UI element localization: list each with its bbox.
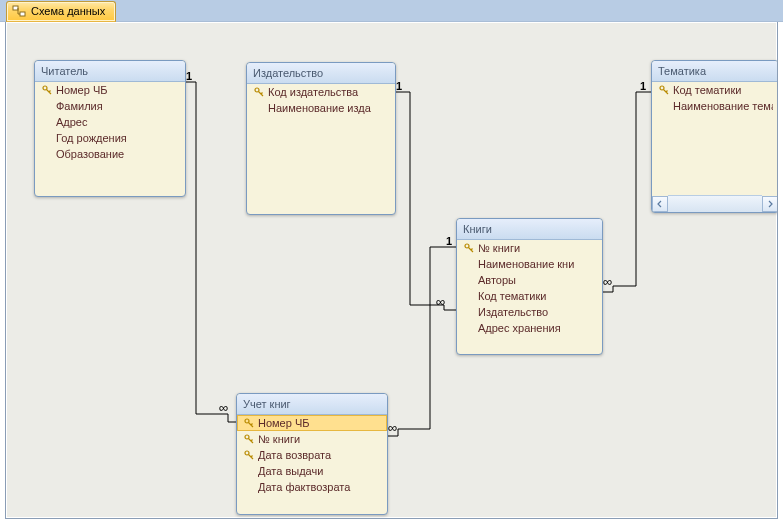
svg-rect-1 xyxy=(20,12,25,16)
field-label: Дата возврата xyxy=(256,449,382,461)
field-label: Наименование тема xyxy=(671,100,773,112)
field-row[interactable]: Образование xyxy=(35,146,185,162)
field-row[interactable]: Наименование тема xyxy=(652,98,778,114)
field-row[interactable]: Дата возврата xyxy=(237,447,387,463)
cardinality-one: 1 xyxy=(186,70,192,82)
cardinality-many: ∞ xyxy=(388,420,397,435)
field-label: Наименование кни xyxy=(476,258,597,270)
field-row[interactable]: Дата фактвозрата xyxy=(237,479,387,495)
field-row[interactable]: Наименование изда xyxy=(247,100,395,116)
field-row[interactable]: Наименование кни xyxy=(457,256,602,272)
svg-point-6 xyxy=(245,419,249,423)
key-icon xyxy=(252,87,266,97)
entity-publisher[interactable]: Издательство Код издательства Наименован… xyxy=(246,62,396,215)
field-row[interactable]: Год рождения xyxy=(35,130,185,146)
svg-point-3 xyxy=(255,88,259,92)
entity-books[interactable]: Книги № книги Наименование кни Авторы Ко… xyxy=(456,218,603,355)
field-row[interactable]: Номер ЧБ xyxy=(237,415,387,431)
tab-data-schema[interactable]: Схема данных xyxy=(6,1,116,22)
field-row[interactable]: Авторы xyxy=(457,272,602,288)
svg-rect-0 xyxy=(13,6,18,10)
scroll-left-icon[interactable] xyxy=(652,196,668,212)
field-label: Адрес xyxy=(54,116,180,128)
svg-point-2 xyxy=(43,86,47,90)
entity-title[interactable]: Книги xyxy=(457,219,602,240)
tab-strip: Схема данных xyxy=(0,0,783,22)
field-row[interactable]: Адрес хранения xyxy=(457,320,602,336)
key-icon xyxy=(242,434,256,444)
field-label: Номер ЧБ xyxy=(256,417,382,429)
entity-reader[interactable]: Читатель Номер ЧБ Фамилия Адрес Год рожд… xyxy=(34,60,186,197)
field-label: Год рождения xyxy=(54,132,180,144)
field-label: Код тематики xyxy=(476,290,597,302)
field-label: Адрес хранения xyxy=(476,322,597,334)
field-row[interactable]: Код тематики xyxy=(652,82,778,98)
field-label: № книги xyxy=(476,242,597,254)
field-label: Образование xyxy=(54,148,180,160)
field-label: Дата фактвозрата xyxy=(256,481,382,493)
field-row[interactable]: Номер ЧБ xyxy=(35,82,185,98)
field-row[interactable]: Дата выдачи xyxy=(237,463,387,479)
cardinality-one: 1 xyxy=(396,80,402,92)
scroll-right-icon[interactable] xyxy=(762,196,778,212)
svg-point-5 xyxy=(465,244,469,248)
key-icon xyxy=(242,418,256,428)
field-row[interactable]: Адрес xyxy=(35,114,185,130)
field-label: Код издательства xyxy=(266,86,390,98)
field-row[interactable]: № книги xyxy=(237,431,387,447)
relationships-canvas[interactable]: 1 ∞ 1 ∞ 1 ∞ 1 ∞ Читатель Номер ЧБ Фамили… xyxy=(5,21,778,519)
field-label: № книги xyxy=(256,433,382,445)
cardinality-many: ∞ xyxy=(219,400,228,415)
field-row[interactable]: Фамилия xyxy=(35,98,185,114)
entity-title[interactable]: Учет книг xyxy=(237,394,387,415)
entity-topic[interactable]: Тематика Код тематики Наименование тема xyxy=(651,60,778,213)
entity-title[interactable]: Издательство xyxy=(247,63,395,84)
cardinality-one: 1 xyxy=(446,235,452,247)
svg-point-4 xyxy=(660,86,664,90)
cardinality-many: ∞ xyxy=(436,294,445,309)
scrollbar-track[interactable] xyxy=(668,195,762,212)
entity-title[interactable]: Читатель xyxy=(35,61,185,82)
field-label: Фамилия xyxy=(54,100,180,112)
field-label: Наименование изда xyxy=(266,102,390,114)
field-row[interactable]: Издательство xyxy=(457,304,602,320)
key-icon xyxy=(462,243,476,253)
key-icon xyxy=(40,85,54,95)
relationships-icon xyxy=(12,4,26,18)
cardinality-one: 1 xyxy=(640,80,646,92)
field-row[interactable]: Код издательства xyxy=(247,84,395,100)
key-icon xyxy=(657,85,671,95)
field-row[interactable]: Код тематики xyxy=(457,288,602,304)
field-label: Дата выдачи xyxy=(256,465,382,477)
field-label: Авторы xyxy=(476,274,597,286)
svg-point-7 xyxy=(245,435,249,439)
entity-ledger[interactable]: Учет книг Номер ЧБ № книги Дата возврата… xyxy=(236,393,388,515)
svg-point-8 xyxy=(245,451,249,455)
cardinality-many: ∞ xyxy=(603,274,612,289)
tab-title: Схема данных xyxy=(31,5,105,17)
field-label: Код тематики xyxy=(671,84,773,96)
key-icon xyxy=(242,450,256,460)
field-label: Номер ЧБ xyxy=(54,84,180,96)
entity-title[interactable]: Тематика xyxy=(652,61,778,82)
field-label: Издательство xyxy=(476,306,597,318)
field-row[interactable]: № книги xyxy=(457,240,602,256)
